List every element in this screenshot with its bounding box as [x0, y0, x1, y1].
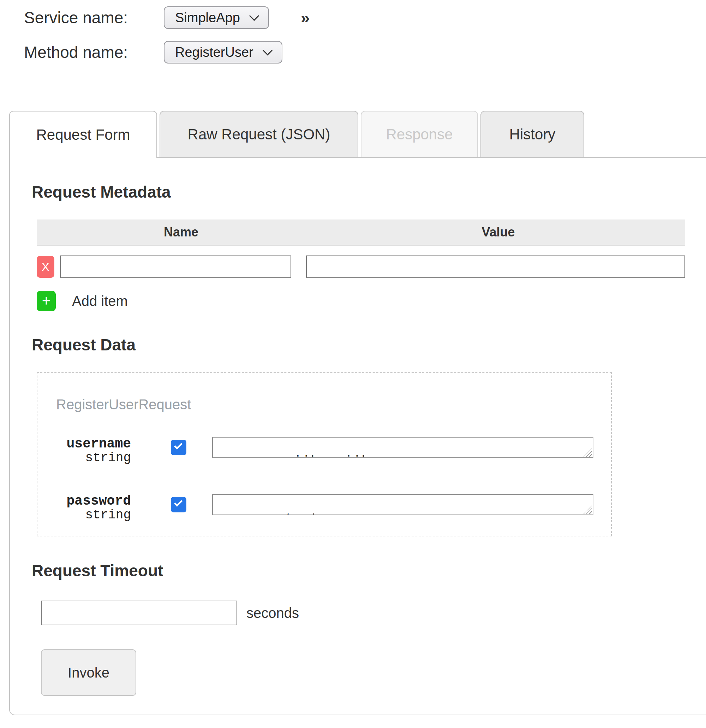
- add-item-row: + Add item: [37, 291, 706, 311]
- field-name: password: [38, 494, 131, 508]
- resize-handle-icon[interactable]: [583, 448, 592, 456]
- message-type-label: RegisterUserRequest: [56, 397, 611, 412]
- request-metadata-title: Request Metadata: [32, 183, 706, 201]
- metadata-row: X: [37, 256, 685, 278]
- request-data-title: Request Data: [32, 336, 706, 354]
- name-column-header: Name: [59, 225, 303, 240]
- expand-services-icon[interactable]: »: [301, 8, 310, 27]
- tab-history[interactable]: History: [480, 111, 584, 157]
- service-row: Service name: SimpleApp »: [24, 6, 706, 29]
- field-row-username: username string yiikergiiker: [38, 437, 611, 465]
- metadata-name-input[interactable]: [60, 256, 291, 278]
- field-row-password: password string test: [38, 494, 611, 522]
- metadata-table-header: Name Value: [37, 220, 685, 246]
- metadata-value-input[interactable]: [306, 256, 685, 278]
- username-value-textarea[interactable]: yiikergiiker: [212, 437, 593, 458]
- delete-row-button[interactable]: X: [37, 256, 54, 278]
- chevron-down-icon: [249, 11, 259, 21]
- timeout-row: seconds: [41, 601, 706, 625]
- username-enabled-checkbox[interactable]: [171, 440, 187, 455]
- request-form-panel: Request Metadata Name Value X + Add item…: [9, 157, 706, 715]
- service-method-bar: Service name: SimpleApp » Method name: R…: [0, 0, 706, 64]
- password-enabled-checkbox[interactable]: [171, 497, 187, 513]
- field-label-password: password string: [38, 494, 131, 522]
- resize-handle-icon[interactable]: [583, 506, 592, 514]
- method-row: Method name: RegisterUser: [24, 41, 706, 64]
- request-message-box: RegisterUserRequest username string yiik…: [37, 372, 612, 536]
- tab-bar: Request Form Raw Request (JSON) Response…: [0, 111, 706, 157]
- field-name: username: [38, 437, 131, 451]
- add-item-label: Add item: [72, 293, 128, 309]
- username-value-text: yiikergiiker: [285, 454, 386, 458]
- value-column-header: Value: [311, 225, 685, 240]
- add-item-button[interactable]: +: [37, 291, 56, 311]
- method-name-label: Method name:: [24, 43, 164, 62]
- checkmark-icon: [174, 498, 182, 507]
- password-value-text: test: [285, 511, 319, 515]
- service-select[interactable]: SimpleApp: [164, 6, 269, 29]
- invoke-button[interactable]: Invoke: [41, 649, 136, 696]
- timeout-unit-label: seconds: [246, 605, 299, 621]
- timeout-input[interactable]: [41, 601, 237, 625]
- tab-request-form[interactable]: Request Form: [9, 111, 157, 158]
- field-type: string: [38, 508, 131, 522]
- chevron-down-icon: [263, 46, 272, 55]
- field-type: string: [38, 451, 131, 465]
- checkmark-icon: [174, 441, 182, 449]
- method-select-value: RegisterUser: [175, 45, 253, 60]
- service-name-label: Service name:: [24, 8, 164, 27]
- tab-raw-request-json[interactable]: Raw Request (JSON): [159, 111, 358, 157]
- service-select-value: SimpleApp: [175, 10, 240, 25]
- field-label-username: username string: [38, 437, 131, 465]
- metadata-table: Name Value X: [37, 220, 685, 278]
- method-select[interactable]: RegisterUser: [164, 41, 282, 64]
- tab-response: Response: [361, 111, 478, 157]
- password-value-textarea[interactable]: test: [212, 494, 593, 515]
- request-timeout-title: Request Timeout: [32, 562, 706, 579]
